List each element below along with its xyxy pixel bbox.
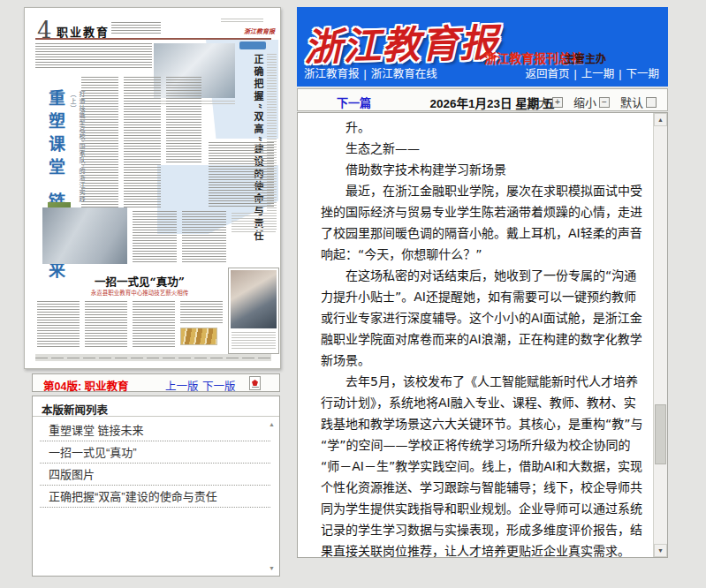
- paper-photo-caption: [232, 332, 276, 350]
- separator: |: [614, 68, 626, 80]
- news-list-item[interactable]: 重塑课堂 链接未来: [40, 419, 270, 441]
- article-scrollbar[interactable]: ▲ ▼: [653, 113, 667, 557]
- article-paragraph: 最近，在浙江金融职业学院，屡次在求职模拟面试中受挫的国际经济与贸易专业学生陈若涵…: [321, 180, 648, 265]
- article-paragraph: 生态之新——: [321, 138, 648, 159]
- zoom-controls: 放大 + 缩小 − 默认: [527, 94, 657, 110]
- agency-role: 主管主办: [564, 50, 606, 65]
- current-page-label: 第04版: 职业教育: [43, 377, 129, 394]
- header-subnav: 浙江教育报|浙江教育在线 返回首页|上一期|下一期: [304, 64, 659, 81]
- separator: |: [569, 68, 581, 80]
- simulated-text-column: [37, 301, 80, 347]
- simulated-text-column: [35, 43, 152, 70]
- paper-second-subhead: 永嘉县职业教育中心推动技艺薪火相传: [60, 288, 219, 297]
- site-logo: 浙江教育报: [303, 11, 499, 72]
- default-size-checkbox[interactable]: [646, 97, 657, 108]
- simulated-text-column: [85, 301, 127, 347]
- article-body: 升。 生态之新—— 借助数字技术构建学习新场景 最近，在浙江金融职业学院，屡次在…: [298, 113, 653, 557]
- simulated-text-column: [81, 77, 118, 207]
- news-list-item[interactable]: 一招一式见“真功”: [40, 441, 270, 464]
- zoom-in-icon[interactable]: +: [552, 97, 563, 108]
- scrollbar-down-icon[interactable]: ▼: [654, 544, 667, 557]
- paper-date-text: [221, 19, 263, 23]
- zoom-in-label[interactable]: 放大: [527, 94, 550, 110]
- nav-next-issue[interactable]: 下一期: [626, 68, 659, 80]
- next-page-link[interactable]: 下一版: [202, 377, 236, 394]
- zoom-out-label[interactable]: 缩小: [573, 94, 596, 110]
- news-list-panel: 本版新闻列表 重塑课堂 链接未来 一招一式见“真功” 四版图片 正确把握“双高”…: [32, 396, 280, 577]
- default-size-label[interactable]: 默认: [620, 94, 643, 110]
- paper-collage-image: [180, 328, 217, 345]
- paper-byline-text: [111, 22, 161, 34]
- simulated-text-column: [133, 211, 177, 262]
- simulated-text-column: [209, 142, 274, 207]
- page-nav-bar: 第04版: 职业教育 上一版 下一版: [32, 373, 280, 392]
- list-scroll-up-icon[interactable]: ▲: [269, 421, 275, 427]
- zoom-out-icon[interactable]: −: [599, 97, 610, 108]
- paper-photo-framed: [228, 268, 279, 354]
- paper-masthead: 浙江教育报: [244, 26, 275, 35]
- nav-zhejiang-education-news[interactable]: 浙江教育报: [304, 68, 360, 80]
- subnav-right: 返回首页|上一期|下一期: [525, 64, 659, 81]
- list-scroll-down-icon[interactable]: ▼: [269, 565, 275, 571]
- simulated-text-column: [133, 301, 175, 347]
- site-header: 浙江教育报 浙江教育报刊总社 主管主办 浙江教育报|浙江教育在线 返回首页|上一…: [297, 7, 668, 87]
- article-paragraph: 去年5月，该校发布了《人工智能赋能新时代人才培养行动计划》，系统地将AI融入专业…: [321, 371, 648, 557]
- nav-zhejiang-education-online[interactable]: 浙江教育在线: [371, 68, 437, 80]
- article-paragraph: 在这场私密的对话结束后，她收到了一份专属的“沟通力提升小贴士”。AI还提醒她，如…: [321, 265, 648, 371]
- simulated-text-column: [180, 301, 223, 324]
- page: 4 职业教育 浙江教育报 正确把握“双高”建设的使命与责任 重塑课堂 链接未来 …: [0, 0, 706, 588]
- nav-back-home[interactable]: 返回首页: [525, 68, 569, 80]
- paper-section-tag: [239, 41, 266, 49]
- simulated-text-column: [124, 77, 161, 207]
- paper-footer-bar: [35, 354, 271, 361]
- newspaper-page-preview[interactable]: 4 职业教育 浙江教育报 正确把握“双高”建设的使命与责任 重塑课堂 链接未来 …: [24, 7, 281, 369]
- news-list-item[interactable]: 四版图片: [40, 464, 270, 486]
- paper-header-rule: [35, 38, 271, 40]
- prev-page-link[interactable]: 上一版: [165, 377, 199, 394]
- news-list-item[interactable]: 正确把握“双高”建设的使命与责任: [40, 486, 270, 508]
- article-paragraph: 借助数字技术构建学习新场景: [321, 159, 648, 180]
- scrollbar-thumb[interactable]: [655, 404, 666, 464]
- news-list: 重塑课堂 链接未来 一招一式见“真功” 四版图片 正确把握“双高”建设的使命与责…: [40, 419, 270, 508]
- article-paragraph: 升。: [321, 117, 648, 138]
- article-toolbar: 下一篇 2026年1月23日 星期 五 放大 + 缩小 − 默认: [297, 88, 668, 111]
- nav-prev-issue[interactable]: 上一期: [581, 68, 615, 80]
- simulated-text-column: [166, 77, 201, 163]
- pdf-icon[interactable]: [249, 376, 261, 390]
- news-list-header: 本版新闻列表: [33, 396, 279, 417]
- next-article-link[interactable]: 下一篇: [337, 94, 371, 110]
- simulated-text-column: [232, 213, 276, 234]
- simulated-text-column: [182, 211, 226, 262]
- subnav-left: 浙江教育报|浙江教育在线: [304, 64, 437, 81]
- paper-photo-workers: [42, 207, 127, 264]
- separator: |: [360, 68, 371, 80]
- article-panel: 升。 生态之新—— 借助数字技术构建学习新场景 最近，在浙江金融职业学院，屡次在…: [297, 112, 668, 558]
- scrollbar-up-icon[interactable]: ▲: [654, 113, 667, 126]
- paper-photo-people: [231, 270, 277, 328]
